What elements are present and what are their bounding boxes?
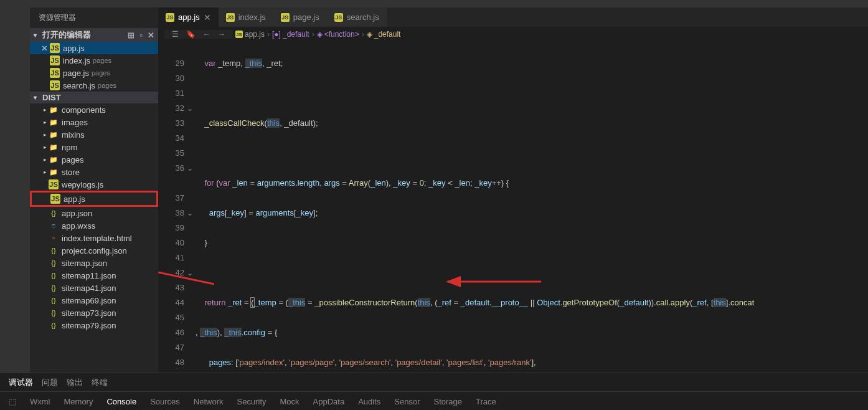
file-name: project.config.json (62, 246, 127, 255)
file-item-app-js[interactable]: JSapp.js (30, 191, 158, 207)
close-all-icon[interactable]: ✕ (148, 31, 154, 40)
file-item[interactable]: {}sitemap73.json (30, 307, 158, 319)
folder-icon: 📁 (49, 167, 59, 177)
annotation-arrow (445, 275, 544, 288)
file-path: pages (93, 57, 111, 64)
line-numbers: 2930313233343536 37383940414243444546474… (158, 41, 196, 373)
security-tab[interactable]: Security (237, 397, 267, 406)
forward-icon[interactable]: → (218, 30, 225, 39)
file-item[interactable]: {}sitemap11.json (30, 269, 158, 282)
storage-tab[interactable]: Storage (434, 397, 463, 406)
folder-item[interactable]: ▸📁images (30, 116, 158, 128)
open-editor-item[interactable]: ✕ JS app.js (30, 42, 158, 54)
close-icon[interactable]: ✕ (204, 12, 211, 22)
open-editor-item[interactable]: JS search.js pages (30, 79, 158, 92)
breadcrumb-item[interactable]: JSapp.js (235, 30, 265, 39)
file-name: page.js (63, 69, 89, 78)
bookmark-icon[interactable]: 🔖 (186, 30, 196, 39)
wxml-tab[interactable]: Wxml (30, 397, 50, 406)
folder-icon: 📁 (49, 117, 59, 127)
tab-app-js[interactable]: JSapp.js✕ (158, 7, 219, 27)
file-item[interactable]: {}project.config.json (30, 244, 158, 257)
save-all-icon[interactable]: ▫ (139, 31, 143, 40)
devtools-tabs: ⬚ Wxml Memory Console Sources Network Se… (0, 392, 868, 410)
code-content[interactable]: var _temp, _this, _ret; _classCallCheck(… (196, 41, 868, 373)
tab-label: page.js (293, 12, 319, 22)
trace-tab[interactable]: Trace (476, 397, 496, 406)
tab-search-js[interactable]: JSsearch.js (327, 7, 387, 27)
json-icon: {} (49, 295, 59, 305)
appdata-tab[interactable]: AppData (313, 397, 345, 406)
annotation-arrow (158, 253, 220, 290)
memory-tab[interactable]: Memory (64, 397, 93, 406)
inspector-icon[interactable]: ⬚ (9, 397, 16, 406)
file-name: app.js (64, 194, 85, 204)
open-editor-item[interactable]: JS page.js pages (30, 67, 158, 79)
mock-tab[interactable]: Mock (280, 397, 300, 406)
breadcrumb-item[interactable]: [●] _default (272, 30, 309, 39)
open-editors-list: ✕ JS app.js JS index.js pages JS page.js… (30, 42, 158, 92)
debugger-tab[interactable]: 调试器 (9, 374, 33, 391)
breadcrumb-item[interactable]: ◈ <function> (317, 30, 359, 39)
file-item[interactable]: {}sitemap79.json (30, 319, 158, 331)
json-icon: {} (49, 246, 59, 255)
folder-item[interactable]: ▸📁pages (30, 153, 158, 166)
sidebar: 资源管理器 ▾ 打开的编辑器 ⊞ ▫ ✕ ✕ JS app.js JS inde… (30, 7, 158, 373)
js-icon: JS (49, 179, 59, 189)
file-item[interactable]: {}sitemap69.json (30, 294, 158, 307)
json-icon: {} (49, 270, 59, 280)
json-icon: {} (49, 320, 59, 330)
project-header[interactable]: ▾ DIST (30, 92, 158, 103)
new-file-icon[interactable]: ⊞ (128, 31, 134, 40)
console-tab[interactable]: Console (106, 397, 136, 406)
js-icon: JS (166, 13, 174, 22)
breadcrumb-sep: › (362, 30, 364, 39)
terminal-tab[interactable]: 终端 (92, 374, 108, 391)
code-editor[interactable]: 2930313233343536 37383940414243444546474… (158, 41, 868, 373)
file-item[interactable]: {}sitemap.json (30, 257, 158, 269)
folder-item[interactable]: ▸📁store (30, 166, 158, 178)
json-icon: {} (49, 308, 59, 318)
folder-name: images (62, 118, 88, 127)
file-name: app.json (62, 209, 92, 218)
back-icon[interactable]: ← (203, 30, 210, 39)
folder-name: mixins (62, 130, 85, 140)
folder-item[interactable]: ▸📁components (30, 103, 158, 116)
folder-icon: 📁 (49, 105, 59, 115)
folder-item[interactable]: ▸📁mixins (30, 128, 158, 141)
file-name: app.js (63, 44, 85, 53)
json-icon: {} (49, 258, 59, 268)
js-icon: JS (235, 31, 243, 38)
sensor-tab[interactable]: Sensor (394, 397, 420, 406)
js-icon: JS (334, 13, 343, 22)
chevron-right-icon: ▸ (41, 119, 49, 125)
tab-page-js[interactable]: JSpage.js (273, 7, 327, 27)
folder-item[interactable]: ▸📁npm (30, 141, 158, 153)
file-name: app.wxss (62, 221, 95, 231)
close-icon[interactable]: ✕ (41, 44, 50, 53)
breadcrumb-item[interactable]: ◈ _default (367, 30, 401, 39)
network-tab[interactable]: Network (194, 397, 224, 406)
audits-tab[interactable]: Audits (358, 397, 380, 406)
file-name: search.js (63, 81, 95, 90)
output-tab[interactable]: 输出 (67, 374, 83, 391)
js-icon: JS (50, 68, 60, 78)
file-name: sitemap11.json (62, 271, 116, 280)
file-item[interactable]: ▫index.template.html (30, 232, 158, 244)
sources-tab[interactable]: Sources (150, 397, 180, 406)
outline-icon[interactable]: ☰ (172, 30, 179, 39)
file-item[interactable]: JSwepylogs.js (30, 178, 158, 191)
file-item[interactable]: ≡app.wxss (30, 219, 158, 232)
tab-bar: JSapp.js✕ JSindex.js JSpage.js JSsearch.… (158, 7, 868, 27)
chevron-right-icon: ▸ (41, 144, 49, 150)
tab-index-js[interactable]: JSindex.js (219, 7, 273, 27)
sidebar-title: 资源管理器 (30, 7, 158, 28)
file-item[interactable]: {}sitemap41.json (30, 282, 158, 294)
open-editors-header[interactable]: ▾ 打开的编辑器 ⊞ ▫ ✕ (30, 28, 158, 42)
file-path: pages (92, 69, 110, 77)
problems-tab[interactable]: 问题 (42, 374, 58, 391)
folder-name: store (62, 168, 80, 177)
open-editor-item[interactable]: JS index.js pages (30, 54, 158, 67)
file-item[interactable]: {}app.json (30, 207, 158, 219)
folder-icon: 📁 (49, 142, 59, 152)
